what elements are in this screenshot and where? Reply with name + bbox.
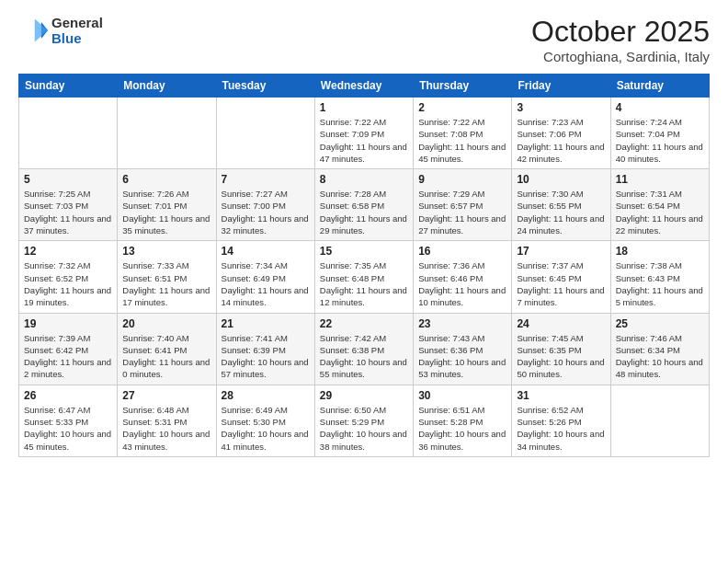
logo: General Blue	[18, 15, 103, 47]
day-info: Sunrise: 7:28 AM Sunset: 6:58 PM Dayligh…	[320, 188, 408, 236]
day-number: 17	[517, 245, 605, 258]
col-tuesday: Tuesday	[216, 75, 314, 98]
day-number: 3	[517, 101, 605, 114]
table-row: 25Sunrise: 7:46 AM Sunset: 6:34 PM Dayli…	[610, 313, 709, 385]
col-wednesday: Wednesday	[314, 75, 413, 98]
day-info: Sunrise: 7:23 AM Sunset: 7:06 PM Dayligh…	[517, 116, 605, 165]
day-number: 9	[418, 173, 506, 186]
day-info: Sunrise: 7:38 AM Sunset: 6:43 PM Dayligh…	[616, 259, 704, 308]
table-row: 15Sunrise: 7:35 AM Sunset: 6:48 PM Dayli…	[314, 241, 413, 313]
table-row: 9Sunrise: 7:29 AM Sunset: 6:57 PM Daylig…	[414, 169, 512, 241]
day-number: 24	[517, 317, 605, 330]
table-row: 29Sunrise: 6:50 AM Sunset: 5:29 PM Dayli…	[314, 385, 413, 456]
day-number: 31	[517, 389, 605, 402]
day-number: 30	[418, 389, 506, 402]
logo-blue: Blue	[51, 30, 103, 46]
day-number: 20	[122, 317, 210, 330]
table-row: 21Sunrise: 7:41 AM Sunset: 6:39 PM Dayli…	[216, 313, 314, 385]
day-number: 8	[320, 173, 408, 186]
day-number: 14	[222, 245, 310, 258]
table-row: 8Sunrise: 7:28 AM Sunset: 6:58 PM Daylig…	[314, 169, 413, 241]
table-row: 26Sunrise: 6:47 AM Sunset: 5:33 PM Dayli…	[19, 385, 118, 456]
calendar-week-3: 19Sunrise: 7:39 AM Sunset: 6:42 PM Dayli…	[19, 313, 710, 385]
day-info: Sunrise: 7:36 AM Sunset: 6:46 PM Dayligh…	[418, 259, 506, 308]
day-info: Sunrise: 7:30 AM Sunset: 6:55 PM Dayligh…	[517, 188, 605, 236]
day-info: Sunrise: 7:43 AM Sunset: 6:36 PM Dayligh…	[418, 332, 506, 381]
day-info: Sunrise: 7:40 AM Sunset: 6:41 PM Dayligh…	[122, 332, 210, 381]
table-row: 17Sunrise: 7:37 AM Sunset: 6:45 PM Dayli…	[512, 241, 610, 313]
col-monday: Monday	[118, 75, 216, 98]
day-number: 23	[418, 317, 506, 330]
day-number: 28	[222, 389, 310, 402]
page: General Blue October 2025 Cortoghiana, S…	[0, 0, 728, 563]
day-info: Sunrise: 7:35 AM Sunset: 6:48 PM Dayligh…	[320, 259, 408, 308]
day-info: Sunrise: 7:46 AM Sunset: 6:34 PM Dayligh…	[616, 332, 704, 381]
table-row: 7Sunrise: 7:27 AM Sunset: 7:00 PM Daylig…	[216, 169, 314, 241]
day-number: 6	[122, 173, 210, 186]
day-number: 2	[418, 101, 506, 114]
table-row	[118, 98, 216, 169]
table-row: 23Sunrise: 7:43 AM Sunset: 6:36 PM Dayli…	[414, 313, 512, 385]
logo-general: General	[51, 15, 103, 30]
table-row: 4Sunrise: 7:24 AM Sunset: 7:04 PM Daylig…	[610, 98, 709, 169]
day-info: Sunrise: 7:45 AM Sunset: 6:35 PM Dayligh…	[517, 332, 605, 381]
day-number: 22	[320, 317, 408, 330]
table-row: 19Sunrise: 7:39 AM Sunset: 6:42 PM Dayli…	[19, 313, 118, 385]
day-info: Sunrise: 7:25 AM Sunset: 7:03 PM Dayligh…	[24, 188, 112, 236]
day-info: Sunrise: 6:50 AM Sunset: 5:29 PM Dayligh…	[320, 404, 408, 453]
calendar-week-2: 12Sunrise: 7:32 AM Sunset: 6:52 PM Dayli…	[19, 241, 710, 313]
day-info: Sunrise: 7:41 AM Sunset: 6:39 PM Dayligh…	[222, 332, 310, 381]
calendar-week-0: 1Sunrise: 7:22 AM Sunset: 7:09 PM Daylig…	[19, 98, 710, 169]
table-row	[610, 385, 709, 456]
day-number: 26	[24, 389, 112, 402]
day-info: Sunrise: 7:26 AM Sunset: 7:01 PM Dayligh…	[122, 188, 210, 236]
table-row: 16Sunrise: 7:36 AM Sunset: 6:46 PM Dayli…	[414, 241, 512, 313]
table-row: 20Sunrise: 7:40 AM Sunset: 6:41 PM Dayli…	[118, 313, 216, 385]
day-number: 21	[222, 317, 310, 330]
day-info: Sunrise: 7:33 AM Sunset: 6:51 PM Dayligh…	[122, 259, 210, 308]
day-info: Sunrise: 7:37 AM Sunset: 6:45 PM Dayligh…	[517, 259, 605, 308]
day-number: 15	[320, 245, 408, 258]
day-number: 5	[24, 173, 112, 186]
day-info: Sunrise: 6:48 AM Sunset: 5:31 PM Dayligh…	[122, 404, 210, 453]
table-row: 27Sunrise: 6:48 AM Sunset: 5:31 PM Dayli…	[118, 385, 216, 456]
day-info: Sunrise: 7:27 AM Sunset: 7:00 PM Dayligh…	[222, 188, 310, 236]
day-info: Sunrise: 7:22 AM Sunset: 7:08 PM Dayligh…	[418, 116, 506, 165]
col-saturday: Saturday	[610, 75, 709, 98]
day-info: Sunrise: 6:51 AM Sunset: 5:28 PM Dayligh…	[418, 404, 506, 453]
table-row: 5Sunrise: 7:25 AM Sunset: 7:03 PM Daylig…	[19, 169, 118, 241]
day-info: Sunrise: 7:32 AM Sunset: 6:52 PM Dayligh…	[24, 259, 112, 308]
day-number: 4	[616, 101, 704, 114]
day-info: Sunrise: 7:22 AM Sunset: 7:09 PM Dayligh…	[320, 116, 408, 165]
table-row: 10Sunrise: 7:30 AM Sunset: 6:55 PM Dayli…	[512, 169, 610, 241]
location: Cortoghiana, Sardinia, Italy	[531, 49, 710, 64]
table-row: 13Sunrise: 7:33 AM Sunset: 6:51 PM Dayli…	[118, 241, 216, 313]
title-block: October 2025 Cortoghiana, Sardinia, Ital…	[531, 15, 710, 64]
day-info: Sunrise: 7:24 AM Sunset: 7:04 PM Dayligh…	[616, 116, 704, 165]
day-number: 27	[122, 389, 210, 402]
logo-icon	[18, 16, 48, 45]
table-row: 28Sunrise: 6:49 AM Sunset: 5:30 PM Dayli…	[216, 385, 314, 456]
day-info: Sunrise: 7:31 AM Sunset: 6:54 PM Dayligh…	[616, 188, 704, 236]
day-number: 7	[222, 173, 310, 186]
table-row: 24Sunrise: 7:45 AM Sunset: 6:35 PM Dayli…	[512, 313, 610, 385]
table-row: 6Sunrise: 7:26 AM Sunset: 7:01 PM Daylig…	[118, 169, 216, 241]
table-row: 14Sunrise: 7:34 AM Sunset: 6:49 PM Dayli…	[216, 241, 314, 313]
day-number: 13	[122, 245, 210, 258]
table-row: 12Sunrise: 7:32 AM Sunset: 6:52 PM Dayli…	[19, 241, 118, 313]
calendar-week-1: 5Sunrise: 7:25 AM Sunset: 7:03 PM Daylig…	[19, 169, 710, 241]
logo-text: General Blue	[51, 15, 103, 47]
day-number: 10	[517, 173, 605, 186]
day-number: 19	[24, 317, 112, 330]
table-row: 22Sunrise: 7:42 AM Sunset: 6:38 PM Dayli…	[314, 313, 413, 385]
day-number: 11	[616, 173, 704, 186]
col-friday: Friday	[512, 75, 610, 98]
calendar-week-4: 26Sunrise: 6:47 AM Sunset: 5:33 PM Dayli…	[19, 385, 710, 456]
day-info: Sunrise: 7:42 AM Sunset: 6:38 PM Dayligh…	[320, 332, 408, 381]
table-row: 18Sunrise: 7:38 AM Sunset: 6:43 PM Dayli…	[610, 241, 709, 313]
day-number: 25	[616, 317, 704, 330]
col-thursday: Thursday	[414, 75, 512, 98]
table-row: 30Sunrise: 6:51 AM Sunset: 5:28 PM Dayli…	[414, 385, 512, 456]
table-row: 2Sunrise: 7:22 AM Sunset: 7:08 PM Daylig…	[414, 98, 512, 169]
table-row: 31Sunrise: 6:52 AM Sunset: 5:26 PM Dayli…	[512, 385, 610, 456]
